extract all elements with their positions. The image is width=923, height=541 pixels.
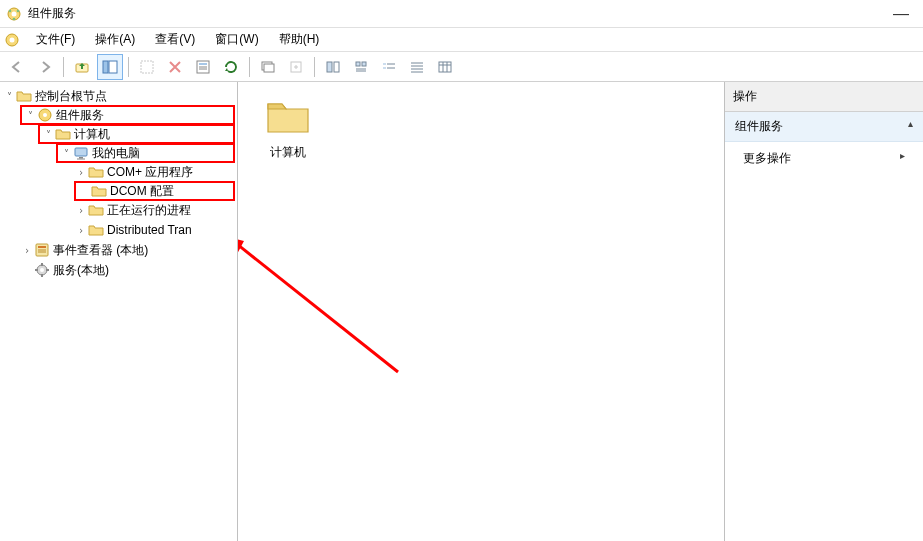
tree-event-viewer[interactable]: › 事件查看器 (本地)	[20, 240, 235, 260]
tree-services-label: 服务(本地)	[53, 262, 109, 279]
svg-rect-38	[75, 148, 87, 156]
chevron-right-icon[interactable]: ›	[74, 205, 88, 216]
content-item-computers[interactable]: 计算机	[248, 92, 328, 161]
tree-distributed-tran[interactable]: › Distributed Tran	[74, 220, 235, 240]
event-viewer-icon	[34, 242, 50, 258]
refresh-button[interactable]	[218, 54, 244, 80]
svg-rect-20	[356, 62, 360, 66]
chevron-down-icon[interactable]: ˅	[41, 129, 55, 140]
svg-rect-50	[46, 269, 49, 271]
svg-rect-9	[109, 61, 117, 73]
menu-help[interactable]: 帮助(H)	[269, 29, 330, 50]
svg-rect-40	[77, 159, 85, 160]
tb-view-c-button[interactable]	[376, 54, 402, 80]
chevron-down-icon[interactable]: ˅	[59, 148, 73, 159]
actions-more-label: 更多操作	[743, 151, 791, 165]
chevron-right-icon: ▸	[900, 150, 905, 161]
window-title: 组件服务	[28, 5, 76, 22]
chevron-right-icon[interactable]: ›	[74, 167, 88, 178]
svg-rect-48	[41, 274, 43, 277]
tree-my-computer-label: 我的电脑	[92, 145, 140, 162]
export-button[interactable]	[283, 54, 309, 80]
folder-icon	[88, 202, 104, 218]
tb-view-b-button[interactable]	[348, 54, 374, 80]
tree-component-services-label: 组件服务	[56, 107, 104, 124]
tree-component-services[interactable]: ˅ 组件服务	[20, 105, 235, 125]
titlebar: 组件服务 —	[0, 0, 923, 28]
svg-rect-21	[362, 62, 366, 66]
svg-marker-52	[238, 237, 244, 254]
menu-window[interactable]: 窗口(W)	[205, 29, 268, 50]
show-tree-button[interactable]	[97, 54, 123, 80]
tree-computers-label: 计算机	[74, 126, 110, 143]
actions-more[interactable]: 更多操作 ▸	[725, 142, 923, 175]
folder-icon	[88, 164, 104, 180]
cut-button[interactable]	[134, 54, 160, 80]
menubar: 文件(F) 操作(A) 查看(V) 窗口(W) 帮助(H)	[0, 28, 923, 52]
svg-point-6	[10, 37, 15, 42]
svg-rect-39	[79, 157, 83, 159]
computer-icon	[73, 145, 89, 161]
component-services-icon	[37, 107, 53, 123]
services-icon	[34, 262, 50, 278]
tree-computers[interactable]: ˅ 计算机	[38, 124, 235, 144]
tree-root[interactable]: ˅ 控制台根节点	[2, 86, 235, 106]
svg-point-2	[9, 9, 12, 12]
actions-context-label: 组件服务	[735, 119, 783, 133]
svg-point-1	[12, 11, 17, 16]
svg-rect-47	[41, 263, 43, 266]
app-icon-small	[4, 32, 20, 48]
tree-running-label: 正在运行的进程	[107, 202, 191, 219]
tree-my-computer[interactable]: ˅ 我的电脑	[56, 143, 235, 163]
tree-com-plus-apps[interactable]: › COM+ 应用程序	[74, 162, 235, 182]
tree-dcom-label: DCOM 配置	[110, 183, 174, 200]
svg-rect-10	[141, 61, 153, 73]
tree-running-processes[interactable]: › 正在运行的进程	[74, 200, 235, 220]
folder-icon	[88, 222, 104, 238]
folder-icon	[91, 183, 107, 199]
svg-rect-18	[327, 62, 332, 72]
svg-rect-25	[383, 67, 386, 69]
delete-button[interactable]	[162, 54, 188, 80]
properties-button[interactable]	[190, 54, 216, 80]
toolbar	[0, 52, 923, 82]
chevron-right-icon[interactable]: ›	[20, 245, 34, 256]
content-item-label: 计算机	[270, 144, 306, 161]
svg-rect-24	[383, 63, 386, 65]
tree-services[interactable]: 服务(本地)	[20, 260, 235, 280]
actions-header: 操作	[725, 82, 923, 112]
svg-rect-49	[35, 269, 38, 271]
tb-view-e-button[interactable]	[432, 54, 458, 80]
minimize-button[interactable]: —	[885, 5, 917, 23]
folder-large-icon	[264, 92, 312, 140]
svg-point-3	[17, 9, 20, 12]
svg-rect-32	[439, 62, 451, 72]
tree-dtc-label: Distributed Tran	[107, 223, 192, 237]
tb-view-d-button[interactable]	[404, 54, 430, 80]
actions-context: 组件服务 ▴	[725, 112, 923, 142]
chevron-up-icon[interactable]: ▴	[908, 118, 913, 129]
menu-action[interactable]: 操作(A)	[85, 29, 145, 50]
menu-file[interactable]: 文件(F)	[26, 29, 85, 50]
tree-panel: ˅ 控制台根节点 ˅ 组件服务 ˅	[0, 82, 238, 541]
svg-point-4	[13, 17, 16, 20]
menu-view[interactable]: 查看(V)	[145, 29, 205, 50]
tb-view-a-button[interactable]	[320, 54, 346, 80]
svg-point-46	[40, 268, 44, 272]
tree-com-plus-label: COM+ 应用程序	[107, 164, 193, 181]
new-window-button[interactable]	[255, 54, 281, 80]
chevron-right-icon[interactable]: ›	[74, 225, 88, 236]
up-level-button[interactable]	[69, 54, 95, 80]
svg-line-51	[238, 237, 398, 372]
svg-rect-12	[199, 63, 207, 65]
actions-panel: 操作 组件服务 ▴ 更多操作 ▸	[725, 82, 923, 541]
svg-point-37	[43, 113, 47, 117]
nav-forward-button[interactable]	[32, 54, 58, 80]
svg-rect-19	[334, 62, 339, 72]
app-icon	[6, 6, 22, 22]
tree-dcom-config[interactable]: DCOM 配置	[74, 181, 235, 201]
nav-back-button[interactable]	[4, 54, 30, 80]
chevron-down-icon[interactable]: ˅	[23, 110, 37, 121]
chevron-down-icon[interactable]: ˅	[2, 91, 16, 102]
content-panel[interactable]: 计算机	[238, 82, 725, 541]
